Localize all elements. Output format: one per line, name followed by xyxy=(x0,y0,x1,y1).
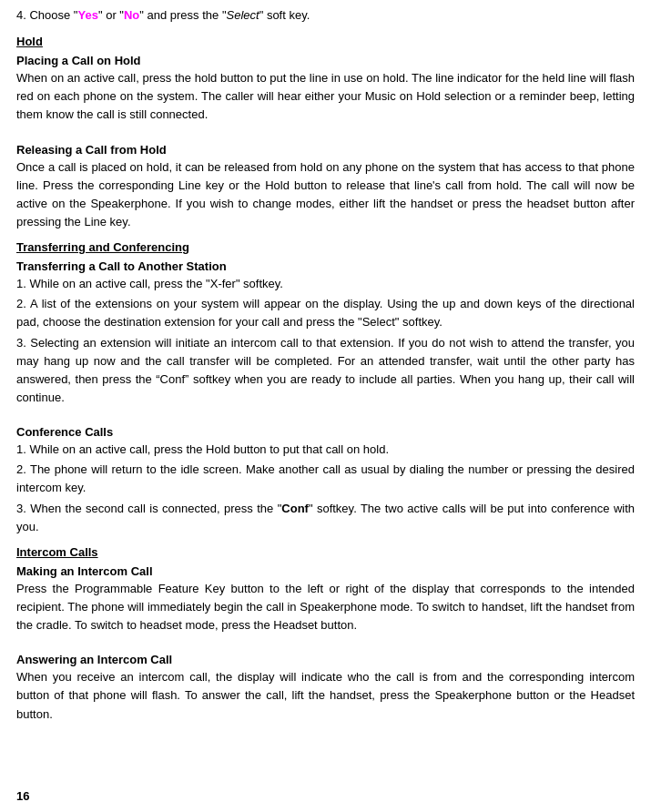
transfer-item3: 3. Selecting an extension will initiate … xyxy=(16,334,635,408)
transferring-subheading: Transferring a Call to Another Station xyxy=(16,259,635,273)
conf-item3-pre: 3. When the second call is connected, pr… xyxy=(16,502,281,515)
transfer-item1-bold: X-fer xyxy=(210,277,236,290)
transfer-item1-post: " softkey. xyxy=(236,277,283,290)
transfer-item2-pre: 2. A list of the extensions on your syst… xyxy=(16,297,635,329)
conf-item3: 3. When the second call is connected, pr… xyxy=(16,500,635,536)
transfer-item2-post: " softkey. xyxy=(395,315,442,329)
conference-heading: Conference Calls xyxy=(16,425,635,439)
placing-text: When on an active call, press the hold b… xyxy=(16,69,635,124)
page-container: 4. Choose "Yes" or "No" and press the "S… xyxy=(0,0,651,812)
transfer-item1: 1. While on an active call, press the "X… xyxy=(16,275,635,293)
intercom-section: Intercom Calls Making an Intercom Call P… xyxy=(16,545,635,724)
hold-section: Hold Placing a Call on Hold When on an a… xyxy=(16,35,635,231)
intro-suffix: " soft key. xyxy=(259,8,310,22)
conf-item3-bold: Conf xyxy=(281,502,309,515)
select-text: Select xyxy=(227,8,259,22)
intro-prefix: 4. Choose " xyxy=(16,8,78,22)
transferring-section: Transferring and Conferencing Transferri… xyxy=(16,240,635,536)
intro-line: 4. Choose "Yes" or "No" and press the "S… xyxy=(16,7,635,24)
conf-item1: 1. While on an active call, press the Ho… xyxy=(16,441,635,459)
releasing-text: Once a call is placed on hold, it can be… xyxy=(16,158,635,232)
placing-subheading: Placing a Call on Hold xyxy=(16,54,635,67)
answering-subheading: Answering an Intercom Call xyxy=(16,653,635,666)
conf-item2: 2. The phone will return to the idle scr… xyxy=(16,461,635,497)
intercom-heading: Intercom Calls xyxy=(16,545,635,559)
transfer-item1-pre: 1. While on an active call, press the " xyxy=(16,277,210,290)
transfer-item2-bold: Select xyxy=(362,315,395,329)
making-text: Press the Programmable Feature Key butto… xyxy=(16,580,635,634)
yes-text: Yes xyxy=(78,8,98,22)
intro-middle2: " and press the " xyxy=(139,8,226,22)
transfer-item2: 2. A list of the extensions on your syst… xyxy=(16,295,635,331)
answering-text: When you receive an intercom call, the d… xyxy=(16,668,635,723)
intro-middle1: " or " xyxy=(98,8,124,22)
transferring-heading: Transferring and Conferencing xyxy=(16,240,635,254)
releasing-subheading: Releasing a Call from Hold xyxy=(16,143,635,157)
page-number: 16 xyxy=(16,789,29,803)
hold-heading: Hold xyxy=(16,35,635,48)
no-text: No xyxy=(124,8,139,22)
making-subheading: Making an Intercom Call xyxy=(16,564,635,578)
